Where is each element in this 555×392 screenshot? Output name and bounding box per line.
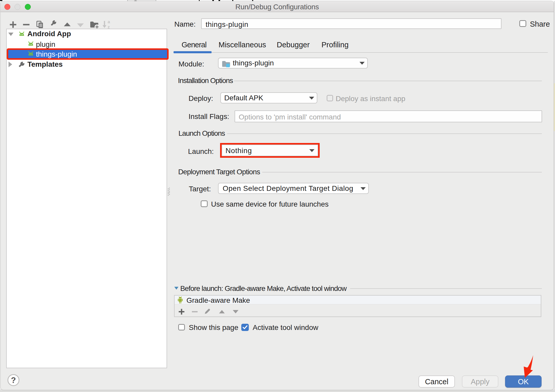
svg-text:a: a (108, 19, 110, 24)
